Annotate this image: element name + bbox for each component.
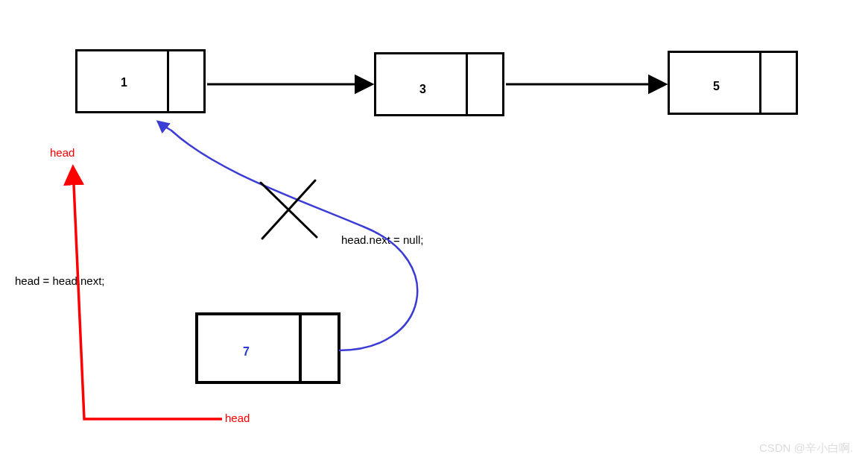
head-label-bottom: head bbox=[225, 412, 250, 424]
node-divider bbox=[466, 54, 468, 114]
svg-line-0 bbox=[261, 183, 317, 237]
watermark-text: CSDN @辛小白啊. bbox=[759, 441, 853, 456]
null-next-label: head.next = null; bbox=[341, 233, 424, 246]
node-value: 3 bbox=[419, 83, 426, 96]
linked-list-node-5: 5 bbox=[668, 51, 798, 115]
node-divider bbox=[167, 51, 169, 111]
node-value: 1 bbox=[121, 76, 127, 89]
node-divider bbox=[299, 315, 302, 381]
node-divider bbox=[759, 53, 761, 113]
linked-list-node-1: 1 bbox=[75, 49, 206, 113]
linked-list-node-7: 7 bbox=[195, 312, 340, 384]
cross-out-icon bbox=[261, 180, 317, 239]
diagram-stage: 1 3 5 7 head head head = head.next; head… bbox=[0, 0, 868, 463]
head-label-top: head bbox=[50, 146, 75, 159]
svg-line-1 bbox=[262, 180, 315, 239]
node-value: 7 bbox=[243, 345, 250, 359]
node-value: 5 bbox=[713, 80, 720, 93]
linked-list-node-3: 3 bbox=[374, 52, 504, 116]
assign-head-label: head = head.next; bbox=[15, 274, 105, 287]
